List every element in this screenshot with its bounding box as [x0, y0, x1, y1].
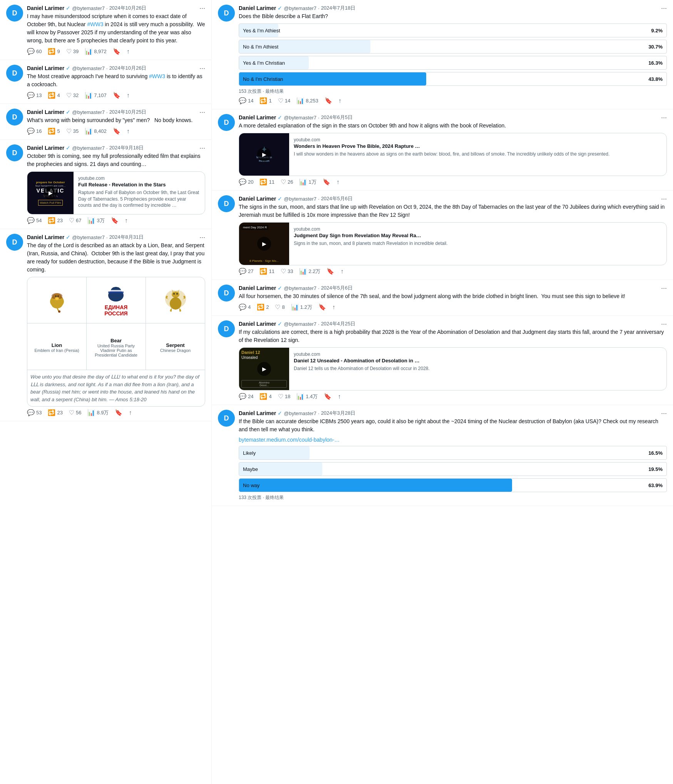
retweet-action-rt1[interactable]: 🔁1	[259, 97, 271, 104]
link-card-lt4[interactable]: prepare for October four horsemen are co…	[27, 171, 205, 214]
bookmark-action-lt1[interactable]: 🔖	[113, 48, 121, 55]
play-btn-rt3[interactable]: ▶	[257, 237, 271, 251]
like-action-rt5[interactable]: ♡18	[278, 393, 290, 400]
poll-label-rt1-3: No & I'm Christian	[239, 76, 287, 82]
reply-action-lt3[interactable]: 💬16	[27, 127, 42, 135]
author-name-lt2: Daniel Larimer	[27, 65, 64, 71]
views-action-rt2[interactable]: 📊1万	[299, 178, 316, 186]
bookmark-action-rt3[interactable]: 🔖	[326, 268, 334, 275]
share-action-lt5[interactable]: ↑	[129, 409, 132, 416]
views-action-rt5[interactable]: 📊1.4万	[296, 393, 318, 400]
author-name-lt4: Daniel Larimer	[27, 145, 64, 151]
caption-serpent: Serpent	[166, 342, 184, 348]
retweet-action-lt1[interactable]: 🔁9	[48, 48, 60, 55]
more-btn-lt5[interactable]: ···	[199, 234, 205, 241]
more-btn-rt5[interactable]: ···	[661, 320, 667, 327]
tweet-actions-rt4: 💬4 🔁2 ♡8 📊1.2万 🔖 ↑	[239, 303, 667, 311]
retweet-action-lt5[interactable]: 🔁23	[48, 409, 62, 416]
bookmark-action-lt2[interactable]: 🔖	[113, 92, 121, 99]
share-action-rt1[interactable]: ↑	[338, 97, 342, 104]
share-action-rt2[interactable]: ↑	[336, 179, 340, 186]
hashtag-ww3-lt2[interactable]: #WW3	[149, 73, 165, 79]
share-action-lt2[interactable]: ↑	[127, 92, 130, 99]
more-btn-rt2[interactable]: ···	[661, 114, 667, 121]
share-action-rt5[interactable]: ↑	[338, 393, 341, 400]
timestamp-rt3: 2024年5月6日	[321, 195, 353, 202]
like-action-rt3[interactable]: ♡33	[281, 268, 293, 275]
bookmark-action-rt2[interactable]: 🔖	[323, 178, 330, 186]
retweet-action-lt4[interactable]: 🔁23	[48, 217, 62, 224]
play-btn-rt2[interactable]: ▶	[257, 147, 271, 161]
link-card-rt2[interactable]: ✦ Wonders inHeaven ▶ youtube.com Wonders…	[239, 133, 667, 176]
views-action-lt5[interactable]: 📊8.9万	[87, 409, 109, 416]
like-action-lt2[interactable]: ♡32	[66, 92, 79, 99]
tweet-rt6: D Daniel Larimer ✓ @bytemaster7 · 2024年3…	[212, 405, 673, 506]
svg-rect-18	[108, 290, 124, 291]
like-action-lt3[interactable]: ♡35	[66, 127, 79, 135]
share-action-lt3[interactable]: ↑	[127, 128, 130, 135]
share-action-rt3[interactable]: ↑	[340, 268, 343, 275]
play-btn-lt4[interactable]: ▶	[44, 186, 57, 200]
retweet-action-lt2[interactable]: 🔁4	[48, 92, 60, 99]
share-action-rt4[interactable]: ↑	[332, 304, 335, 311]
more-btn-lt2[interactable]: ···	[199, 65, 205, 72]
reply-action-rt4[interactable]: 💬4	[239, 303, 251, 311]
views-action-lt1[interactable]: 📊8,972	[85, 48, 107, 55]
poll-label-rt6-2: No way	[239, 482, 263, 488]
reply-action-rt5[interactable]: 💬24	[239, 393, 253, 400]
reply-action-rt3[interactable]: 💬27	[239, 268, 253, 275]
retweet-action-lt3[interactable]: 🔁5	[48, 127, 60, 135]
like-action-lt1[interactable]: ♡39	[66, 48, 79, 55]
bookmark-action-lt5[interactable]: 🔖	[115, 409, 122, 416]
reply-action-lt2[interactable]: 💬13	[27, 92, 42, 99]
bookmark-action-rt4[interactable]: 🔖	[318, 303, 326, 311]
like-action-rt2[interactable]: ♡26	[281, 178, 293, 186]
link-title-rt2: Wonders in Heaven Prove The Bible, 2024 …	[294, 143, 662, 150]
play-btn-rt5[interactable]: ▶	[257, 362, 271, 376]
views-action-lt3[interactable]: 📊8,402	[85, 127, 107, 135]
like-action-lt5[interactable]: ♡56	[69, 409, 81, 416]
bookmark-action-lt4[interactable]: 🔖	[111, 217, 119, 224]
share-action-lt1[interactable]: ↑	[127, 48, 130, 55]
medium-link-rt6[interactable]: bytemaster.medium.com/could-babylon-…	[239, 437, 340, 443]
poll-pct-rt6-2: 63.9%	[648, 482, 663, 488]
like-action-rt1[interactable]: ♡14	[278, 97, 290, 104]
author-name-rt2: Daniel Larimer	[239, 114, 276, 121]
reply-action-lt1[interactable]: 💬60	[27, 48, 42, 55]
more-btn-lt3[interactable]: ···	[199, 109, 205, 116]
views-action-rt1[interactable]: 📊8,253	[296, 97, 318, 104]
like-action-rt4[interactable]: ♡8	[275, 303, 285, 311]
more-btn-lt4[interactable]: ···	[199, 144, 205, 151]
more-btn-rt3[interactable]: ···	[661, 195, 667, 202]
reply-icon-lt1: 💬	[27, 48, 35, 55]
verified-icon-lt3: ✓	[66, 109, 70, 115]
more-btn-rt4[interactable]: ···	[661, 285, 667, 291]
tweet-text-rt2: A more detailed explanation of the sign …	[239, 122, 667, 130]
views-action-rt3[interactable]: 📊2.2万	[299, 268, 320, 275]
like-action-lt4[interactable]: ♡67	[69, 217, 81, 224]
views-action-rt4[interactable]: 📊1.2万	[291, 303, 312, 311]
retweet-action-rt4[interactable]: 🔁2	[257, 303, 269, 311]
link-domain-rt2: youtube.com	[294, 137, 662, 142]
retweet-action-rt2[interactable]: 🔁11	[259, 178, 274, 186]
link-card-rt5[interactable]: Daniel 12 Unsealed AbominoDesol... ▶ you…	[239, 347, 667, 390]
views-action-lt4[interactable]: 📊3万	[87, 217, 104, 224]
link-card-rt3[interactable]: ment Day 2024 R 8 Planets · Sign Mo... ▶…	[239, 222, 667, 265]
reply-action-rt2[interactable]: 💬20	[239, 178, 253, 186]
reply-action-lt5[interactable]: 💬53	[27, 409, 42, 416]
reply-action-lt4[interactable]: 💬54	[27, 217, 42, 224]
more-btn-lt1[interactable]: ···	[199, 5, 205, 12]
retweet-action-rt3[interactable]: 🔁11	[259, 268, 274, 275]
bookmark-action-rt1[interactable]: 🔖	[325, 97, 332, 104]
bookmark-action-rt5[interactable]: 🔖	[324, 393, 331, 400]
more-btn-rt1[interactable]: ···	[661, 5, 667, 12]
reply-action-rt1[interactable]: 💬14	[239, 97, 253, 104]
retweet-action-rt5[interactable]: 🔁4	[259, 393, 271, 400]
avatar-rt6: D	[218, 410, 235, 427]
views-action-lt2[interactable]: 📊7,107	[85, 92, 107, 99]
hashtag-ww3-lt1[interactable]: #WW3	[87, 21, 103, 27]
bookmark-action-lt3[interactable]: 🔖	[113, 127, 121, 135]
share-action-lt4[interactable]: ↑	[125, 217, 128, 224]
verified-icon-rt2: ✓	[278, 114, 282, 121]
more-btn-rt6[interactable]: ···	[661, 410, 667, 417]
